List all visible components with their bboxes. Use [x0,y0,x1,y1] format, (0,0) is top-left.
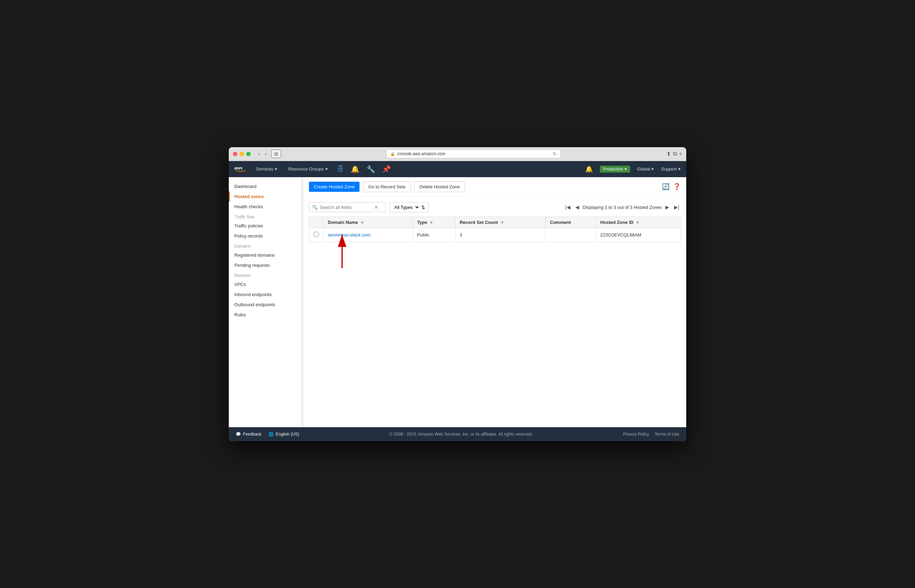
th-record-set-count[interactable]: Record Set Count ▼ [455,216,546,228]
sidebar-item-health-checks[interactable]: Health checks [229,202,302,212]
row-radio-button[interactable] [313,232,319,237]
sidebar-item-traffic-policies[interactable]: Traffic policies [229,221,302,231]
go-to-record-sets-button[interactable]: Go to Record Sets [363,181,411,192]
close-button[interactable] [233,152,237,156]
th-type[interactable]: Type ▼ [413,216,455,228]
record-set-count-value: 3 [460,232,462,237]
privacy-policy-link[interactable]: Privacy Policy [623,432,649,437]
sidebar-item-vpcs[interactable]: VPCs [229,279,302,289]
global-nav-item[interactable]: Global ▾ [637,166,654,171]
pin-icon[interactable]: 📌 [382,165,391,173]
database-icon[interactable]: 🗄 [337,165,344,173]
new-tab-button[interactable]: ⧉ [673,151,677,157]
traffic-lights [233,152,251,156]
policy-records-label: Policy records [234,233,263,239]
pagination-text: Displaying 1 to 3 out of 3 Hosted Zones [583,205,662,210]
sidebar-item-policy-records[interactable]: Policy records [229,231,302,241]
sidebar-item-pending-requests[interactable]: Pending requests [229,260,302,270]
help-icon[interactable]: ❓ [673,183,681,191]
content-area: Create Hosted Zone Go to Record Sets Del… [303,177,686,427]
prev-page-icon[interactable]: ◀ [574,204,581,211]
pending-requests-label: Pending requests [234,263,269,268]
svg-text:aws: aws [234,166,243,171]
th-comment: Comment [546,216,596,228]
url-bar[interactable]: 🔒 console.aws.amazon.com ↻ [386,149,561,158]
resource-groups-label: Resource Groups [288,166,324,171]
sidebar-item-rules[interactable]: Rules [229,310,302,320]
th-hosted-zone-id[interactable]: Hosted Zone ID ▼ [596,216,681,228]
footer: 💬 Feedback 🌐 English (US) © 2008 - 2019,… [229,427,686,441]
aws-navbar: aws Services ▾ Resource Groups ▾ 🗄 🔔 🔧 📌… [229,161,686,177]
resource-groups-nav-item[interactable]: Resource Groups ▾ [286,165,330,173]
domain-name-sort-icon[interactable]: ▼ [360,220,364,225]
record-set-count-cell: 3 [455,228,546,242]
traffic-policies-label: Traffic policies [234,223,263,228]
hosted-zone-id-col-label: Hosted Zone ID [600,220,633,225]
services-chevron-icon: ▾ [275,166,277,171]
rules-label: Rules [234,312,246,317]
th-select [309,216,324,228]
search-icon: 🔍 [312,205,318,210]
feedback-button[interactable]: 💬 Feedback [236,432,261,437]
hosted-zones-label: Hosted zones [234,194,264,199]
globe-icon: 🌐 [268,432,274,437]
hosted-zone-id-value: Z23O2EVCQL98AM [600,232,641,237]
refresh-icon[interactable]: 🔄 [662,183,670,191]
services-nav-item[interactable]: Services ▾ [254,165,279,173]
terms-of-use-link[interactable]: Terms of Use [655,432,679,437]
back-button[interactable]: ‹ [256,150,261,158]
content-toolbar: Create Hosted Zone Go to Record Sets Del… [303,177,686,197]
aws-logo[interactable]: aws [234,164,247,174]
environment-badge[interactable]: Production ▾ [600,166,630,173]
browser-toolbar-right: ⬆ ⧉ + [666,151,682,157]
comment-cell [546,228,596,242]
clear-search-icon[interactable]: ✕ [374,204,378,210]
sidebar-item-outbound-endpoints[interactable]: Outbound endpoints [229,300,302,310]
next-page-icon[interactable]: ▶ [664,204,671,211]
table-header-row: Domain Name ▼ Type ▼ Record Set Count ▼ [309,216,681,228]
maximize-button[interactable] [246,152,251,156]
browser-nav-buttons: ‹ › [256,150,268,158]
sidebar-item-registered-domains[interactable]: Registered domains [229,250,302,260]
domain-name-col-label: Domain Name [328,220,358,225]
language-label: English (US) [276,432,299,437]
table-row: serverless-stack.com. Public 3 [309,228,681,242]
hosted-zones-table: Domain Name ▼ Type ▼ Record Set Count ▼ [309,216,681,242]
sidebar-toggle-button[interactable]: ⊞ [271,150,281,158]
copyright-text: © 2008 - 2019, Amazon Web Services, Inc.… [299,432,623,437]
reload-icon[interactable]: ↻ [553,151,557,157]
resolver-header: Resolver [229,270,302,279]
bell-icon[interactable]: 🔔 [585,165,593,173]
search-input[interactable] [320,205,372,210]
delete-hosted-zone-button[interactable]: Delete Hosted Zone [414,181,465,192]
health-checks-label: Health checks [234,204,263,209]
share-button[interactable]: ⬆ [666,151,671,157]
last-page-icon[interactable]: ▶| [673,204,681,211]
domain-name-link[interactable]: serverless-stack.com. [328,232,372,237]
search-box[interactable]: 🔍 ✕ [309,202,386,212]
table-with-annotation: Domain Name ▼ Type ▼ Record Set Count ▼ [309,216,681,242]
tool-icon[interactable]: 🔧 [366,165,375,173]
global-label: Global [637,166,650,171]
forward-button[interactable]: › [263,150,268,158]
type-filter-select[interactable]: All Types Public Private [393,204,420,210]
hosted-zone-id-sort-icon[interactable]: ▼ [636,220,639,225]
add-tab-button[interactable]: + [679,151,682,157]
language-selector[interactable]: 🌐 English (US) [268,432,299,437]
notification-icon[interactable]: 🔔 [351,165,360,173]
sidebar-item-dashboard[interactable]: Dashboard [229,181,302,191]
type-filter[interactable]: All Types Public Private ⇅ [389,202,429,212]
th-domain-name[interactable]: Domain Name ▼ [324,216,413,228]
support-nav-item[interactable]: Support ▾ [661,166,681,171]
sidebar-item-inbound-endpoints[interactable]: Inbound endpoints [229,289,302,300]
record-set-count-sort-icon[interactable]: ▼ [500,220,504,225]
toolbar-right-icons: 🔄 ❓ [662,183,681,191]
type-sort-icon[interactable]: ▼ [429,220,433,225]
sidebar-item-hosted-zones[interactable]: Hosted zones [229,191,302,202]
environment-label: Production [603,167,623,171]
domains-header: Domains [229,241,302,250]
create-hosted-zone-button[interactable]: Create Hosted Zone [309,182,360,192]
feedback-icon: 💬 [236,432,241,437]
minimize-button[interactable] [240,152,244,156]
first-page-icon[interactable]: |◀ [564,204,572,211]
